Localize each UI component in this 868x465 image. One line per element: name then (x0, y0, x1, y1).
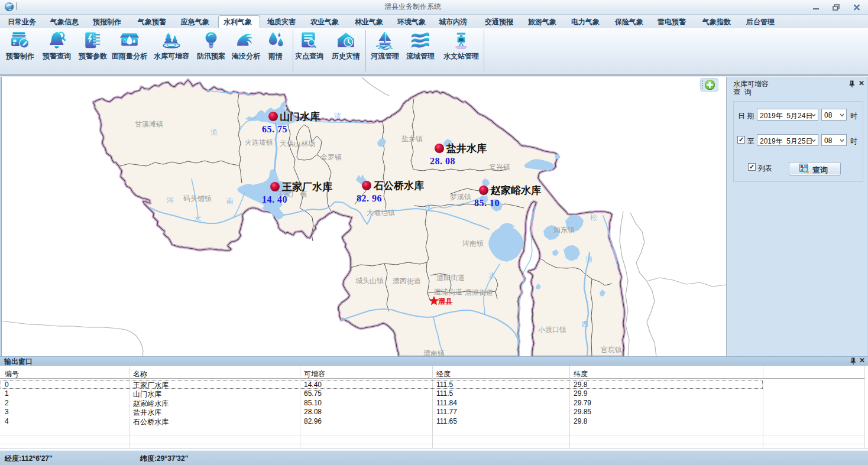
svg-text:甘溪滩镇: 甘溪滩镇 (135, 120, 163, 128)
svg-text:28. 08: 28. 08 (430, 156, 455, 166)
svg-text:南: 南 (226, 197, 234, 205)
svg-text:涔南镇: 涔南镇 (462, 239, 484, 248)
svg-text:码头铺镇: 码头铺镇 (183, 194, 212, 203)
svg-text:盐井水库: 盐井水库 (446, 142, 487, 154)
svg-text:澧县: 澧县 (438, 297, 452, 305)
svg-text:82. 96: 82. 96 (357, 193, 382, 203)
svg-text:赵家峪水库: 赵家峪水库 (490, 184, 541, 196)
svg-text:天供山林场: 天供山林场 (280, 139, 315, 148)
svg-text:水: 水 (194, 214, 201, 223)
svg-text:如东镇: 如东镇 (553, 226, 575, 234)
svg-text:澧澹街道: 澧澹街道 (465, 288, 493, 297)
svg-text:石公桥水库: 石公桥水库 (373, 180, 424, 191)
svg-text:大堰垱镇: 大堰垱镇 (367, 209, 395, 217)
svg-text:涔: 涔 (333, 112, 341, 120)
svg-text:85. 10: 85. 10 (474, 198, 500, 208)
svg-text:澧阳街道: 澧阳街道 (436, 274, 465, 282)
svg-text:小渡口镇: 小渡口镇 (538, 326, 566, 334)
svg-text:火连坡镇: 火连坡镇 (245, 138, 273, 147)
svg-text:梦溪镇: 梦溪镇 (450, 193, 471, 201)
svg-text:王家厂水库: 王家厂水库 (281, 181, 332, 193)
svg-text:14. 40: 14. 40 (262, 194, 287, 204)
svg-text:水: 水 (488, 271, 495, 279)
svg-text:金罗镇: 金罗镇 (320, 153, 342, 161)
svg-text:澧浦街道: 澧浦街道 (434, 288, 462, 296)
svg-text:山门水库: 山门水库 (280, 110, 320, 122)
svg-text:65. 75: 65. 75 (262, 124, 287, 134)
svg-text:澹: 澹 (585, 255, 592, 264)
svg-text:澧西街道: 澧西街道 (393, 277, 421, 285)
svg-text:松: 松 (590, 213, 597, 222)
svg-text:澧南镇: 澧南镇 (423, 349, 445, 356)
svg-text:盐井镇: 盐井镇 (401, 135, 423, 143)
svg-text:西: 西 (582, 320, 589, 328)
svg-text:城头山镇: 城头山镇 (355, 277, 384, 285)
svg-text:水: 水 (425, 203, 432, 211)
svg-text:涔: 涔 (166, 196, 174, 204)
svg-text:复兴镇: 复兴镇 (489, 163, 510, 171)
svg-text:官垸镇: 官垸镇 (601, 346, 622, 354)
svg-text:洈: 洈 (210, 128, 218, 136)
